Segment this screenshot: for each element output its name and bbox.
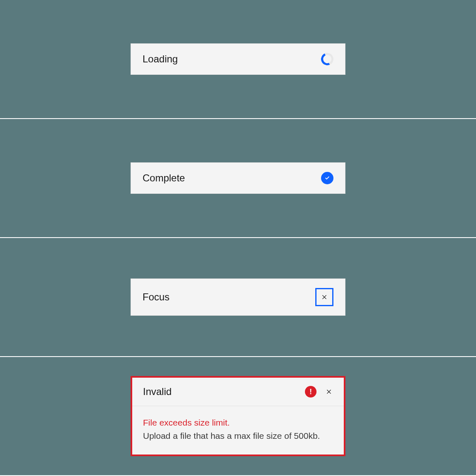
state-invalid-section: Invalid ! File exceeds size limit. Uploa… <box>0 357 476 476</box>
error-message: Upload a file that has a max file size o… <box>143 429 333 443</box>
loading-spinner-icon <box>319 51 335 67</box>
close-button[interactable] <box>325 388 333 396</box>
state-card-invalid: Invalid ! File exceeds size limit. Uploa… <box>131 376 345 456</box>
state-label: Loading <box>143 53 178 65</box>
state-label: Complete <box>143 172 185 184</box>
close-button[interactable] <box>315 288 333 306</box>
error-filled-icon: ! <box>305 386 317 397</box>
state-label: Focus <box>143 291 169 303</box>
checkmark-filled-icon <box>321 172 333 184</box>
error-title: File exceeds size limit. <box>143 416 333 429</box>
state-focus-section: Focus <box>0 238 476 357</box>
invalid-body: File exceeds size limit. Upload a file t… <box>132 406 344 455</box>
state-card-loading: Loading <box>131 43 345 75</box>
state-loading-section: Loading <box>0 0 476 119</box>
state-complete-section: Complete <box>0 119 476 238</box>
invalid-header: Invalid ! <box>132 378 344 406</box>
close-icon <box>320 293 328 301</box>
close-icon <box>325 388 333 396</box>
state-card-focus: Focus <box>131 278 345 316</box>
state-label: Invalid <box>143 386 171 397</box>
state-card-complete: Complete <box>131 162 345 194</box>
